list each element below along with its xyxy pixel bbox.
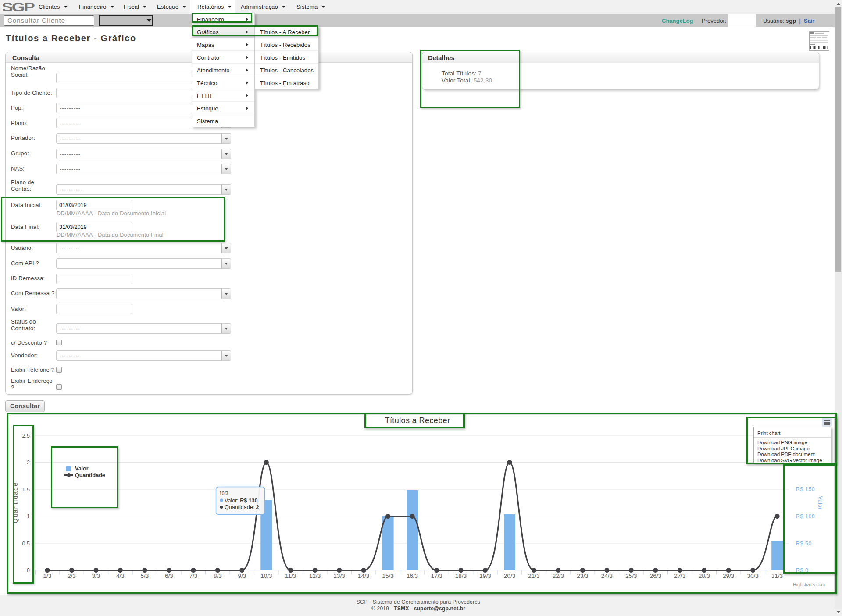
svg-text:SGP: SGP — [3, 1, 35, 13]
